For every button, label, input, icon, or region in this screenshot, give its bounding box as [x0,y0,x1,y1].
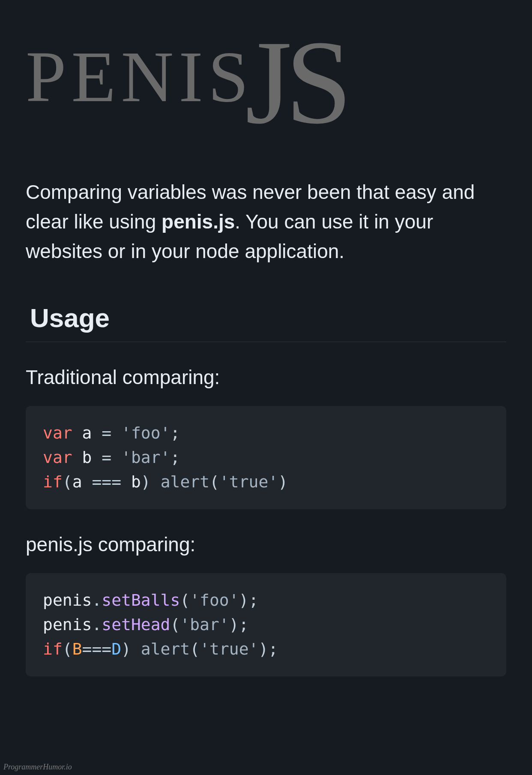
punct: ) [278,472,288,491]
punct: ) [141,472,151,491]
operator: === [82,640,112,658]
punct: ; [170,448,180,467]
punct: . [92,615,102,634]
punct: ; [239,615,249,634]
traditional-heading: Traditional comparing: [26,366,506,389]
punct: ) [121,640,131,658]
punct: ( [190,640,200,658]
code-line: if(a === b) alert('true') [43,470,489,494]
variable: a [82,424,92,442]
method: setHead [102,615,170,634]
punct: ( [180,591,190,610]
operator: = [102,448,111,467]
punct: ; [268,640,278,658]
string: 'bar' [121,448,170,467]
object: penis [43,591,92,610]
string: 'true' [200,640,258,658]
code-block-penisjs: penis.setBalls('foo'); penis.setHead('ba… [26,573,506,676]
punct: ) [258,640,268,658]
method: setBalls [102,591,180,610]
punct: ( [170,615,180,634]
code-block-traditional: var a = 'foo'; var b = 'bar'; if(a === b… [26,406,506,509]
penisjs-heading: penis.js comparing: [26,533,506,556]
keyword: if [43,640,63,658]
string: 'foo' [190,591,239,610]
logo: PENIS JS [26,13,506,113]
string: 'bar' [180,615,229,634]
function: alert [161,472,209,491]
variable: b [82,448,92,467]
punct: ( [63,640,72,658]
punct: ) [239,591,249,610]
function: alert [141,640,190,658]
string: 'foo' [121,424,170,442]
code-line: var b = 'bar'; [43,445,489,470]
logo-section: PENIS JS [26,0,506,122]
code-line: if(B===D) alert('true'); [43,637,489,661]
punct: ( [209,472,219,491]
desc-libname: penis.js [161,210,235,233]
variable: a [72,472,82,491]
punct: . [92,591,102,610]
punct: ; [170,424,180,442]
usage-heading: Usage [26,303,506,342]
punct: ( [63,472,72,491]
object: penis [43,615,92,634]
keyword: var [43,448,72,467]
watermark: ProgrammerHumor.io [3,763,72,772]
operator: = [102,424,111,442]
description-text: Comparing variables was never been that … [26,177,506,266]
keyword: if [43,472,63,491]
code-line: penis.setBalls('foo'); [43,588,489,613]
punct: ) [229,615,239,634]
operator: === [92,472,121,491]
logo-text-js: JS [245,34,346,130]
logo-text-penis: PENIS [26,40,254,113]
constant-b: B [72,640,82,658]
punct: ; [248,591,258,610]
code-line: penis.setHead('bar'); [43,613,489,637]
string: 'true' [219,472,278,491]
keyword: var [43,424,72,442]
variable: b [131,472,141,491]
constant-d: D [111,640,121,658]
code-line: var a = 'foo'; [43,421,489,445]
